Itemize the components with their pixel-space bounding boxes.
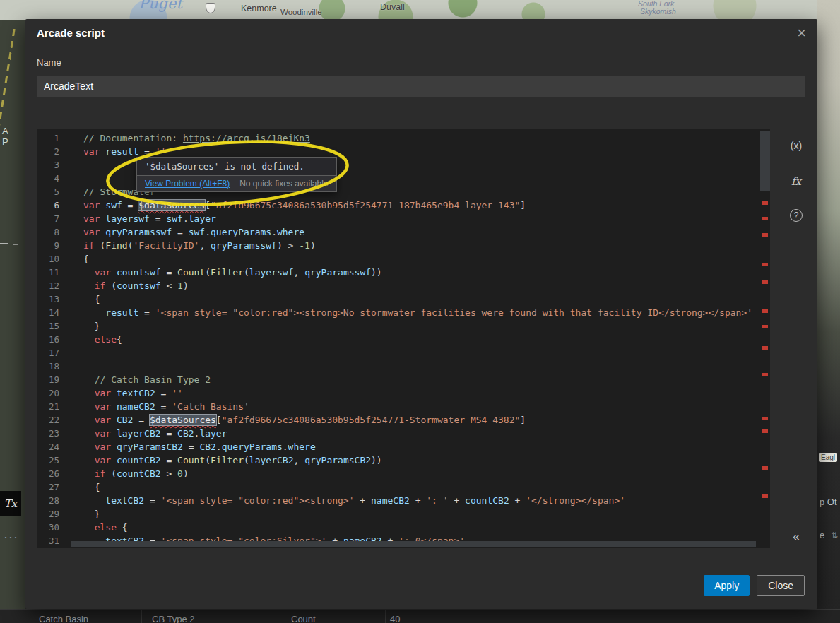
line-number: 4 bbox=[37, 172, 71, 185]
code-line: } bbox=[83, 319, 770, 333]
vertical-scrollbar[interactable] bbox=[760, 131, 770, 191]
code-line: } bbox=[83, 547, 770, 548]
line-number: 30 bbox=[37, 521, 71, 534]
map-label-fragment: A P bbox=[2, 126, 25, 147]
dialog-title: Arcade script bbox=[37, 27, 105, 39]
line-number: 25 bbox=[37, 453, 71, 467]
line-number: 3 bbox=[37, 158, 71, 172]
line-number: 1 bbox=[37, 131, 71, 145]
screen: Puget Kenmore Woodinville Duvall South F… bbox=[0, 0, 840, 623]
code-line: result = '<span style= "color:red"><stro… bbox=[83, 306, 770, 319]
code-line: var qryParamsswf = swf.queryParams.where bbox=[83, 225, 770, 239]
error-mark bbox=[762, 201, 768, 205]
error-message: '$dataSources' is not defined. bbox=[137, 158, 336, 175]
line-number: 6 bbox=[37, 198, 71, 212]
table-cell: 40 bbox=[390, 614, 400, 623]
horizontal-scrollbar[interactable] bbox=[71, 541, 756, 547]
background-map: Puget Kenmore Woodinville Duvall South F… bbox=[0, 0, 840, 20]
left-edge-background: A P Tx ··· bbox=[0, 20, 25, 623]
line-number: 17 bbox=[37, 346, 71, 360]
table-divider bbox=[283, 610, 283, 623]
highway-shield-icon bbox=[206, 3, 215, 13]
error-mark bbox=[762, 373, 768, 376]
code-line: var layerswf = swf.layer bbox=[83, 212, 770, 225]
map-label-puget: Puget bbox=[138, 0, 182, 12]
arcade-script-dialog: Arcade script × Name 1234567891011121314… bbox=[25, 19, 817, 609]
error-tooltip: '$dataSources' is not defined. View Prob… bbox=[136, 157, 337, 192]
error-mark bbox=[762, 494, 768, 498]
line-number: 9 bbox=[37, 239, 71, 252]
line-number: 12 bbox=[37, 279, 71, 292]
line-number: 23 bbox=[37, 427, 71, 440]
code-line: var qryParamsCB2 = CB2.queryParams.where bbox=[83, 440, 770, 453]
table-divider bbox=[141, 610, 142, 623]
line-number: 15 bbox=[37, 319, 71, 333]
overview-ruler[interactable] bbox=[760, 129, 770, 548]
functions-icon[interactable]: fx bbox=[781, 175, 812, 188]
line-number: 32 bbox=[37, 547, 71, 548]
code-line: // Documentation: https://arcg.is/18ejKn… bbox=[83, 131, 770, 145]
line-number: 20 bbox=[37, 386, 71, 400]
code-line: var countswf = Count(Filter(layerswf, qr… bbox=[83, 266, 770, 279]
code-line: { bbox=[83, 292, 770, 306]
map-label-kenmore: Kenmore bbox=[241, 4, 277, 13]
error-mark bbox=[762, 263, 768, 266]
code-line bbox=[83, 360, 770, 373]
line-number: 21 bbox=[37, 400, 71, 413]
panel-text-fragment: p Ot bbox=[820, 497, 837, 507]
sort-icon[interactable]: ⇅ bbox=[831, 530, 838, 540]
line-number: 24 bbox=[37, 440, 71, 453]
right-edge-background: Eagl p Ot e⇅ bbox=[817, 0, 840, 623]
text-fragment: e bbox=[820, 530, 824, 540]
line-number: 19 bbox=[37, 373, 71, 386]
code-line: if (countswf < 1) bbox=[83, 279, 770, 292]
code-editor[interactable]: 1234567891011121314151617181920212223242… bbox=[37, 129, 770, 548]
view-problem-link[interactable]: View Problem (Alt+F8) bbox=[145, 179, 230, 189]
code-line: { bbox=[83, 252, 770, 266]
line-number: 11 bbox=[37, 266, 71, 279]
more-menu-icon[interactable]: ··· bbox=[4, 530, 18, 545]
table-divider bbox=[495, 610, 495, 623]
collapse-icon[interactable]: « bbox=[781, 530, 812, 544]
error-tooltip-actions: View Problem (Alt+F8) No quick fixes ava… bbox=[137, 175, 336, 191]
table-divider bbox=[608, 610, 608, 623]
map-route-dash bbox=[0, 243, 8, 244]
variables-icon[interactable]: (x) bbox=[781, 140, 812, 151]
line-number: 29 bbox=[37, 507, 71, 521]
error-mark bbox=[762, 280, 768, 284]
line-number: 26 bbox=[37, 467, 71, 480]
map-label-eagle-fragment: Eagl bbox=[819, 453, 837, 462]
error-mark bbox=[762, 309, 768, 313]
close-icon[interactable]: × bbox=[797, 25, 806, 41]
editor-side-toolbar: (x) fx ? « bbox=[781, 129, 812, 548]
error-mark bbox=[762, 325, 768, 328]
code-line: var textCB2 = '' bbox=[83, 386, 770, 400]
table-cell: CB Type 2 bbox=[152, 614, 194, 623]
error-mark bbox=[762, 217, 768, 220]
table-cell: Count bbox=[291, 614, 316, 623]
line-number: 5 bbox=[37, 185, 71, 198]
apply-button[interactable]: Apply bbox=[704, 575, 750, 596]
code-line: else { bbox=[83, 521, 770, 534]
line-number: 13 bbox=[37, 292, 71, 306]
name-input[interactable] bbox=[37, 76, 805, 97]
help-icon[interactable]: ? bbox=[781, 209, 812, 222]
map-label-skykomish: Skykomish bbox=[640, 7, 676, 16]
text-format-button[interactable]: Tx bbox=[0, 491, 21, 516]
line-number: 2 bbox=[37, 145, 71, 158]
table-cell: Catch Basin bbox=[39, 614, 88, 623]
code-line: if (countCB2 > 0) bbox=[83, 467, 770, 480]
error-mark bbox=[762, 233, 768, 237]
code-line: var layerCB2 = CB2.layer bbox=[83, 427, 770, 440]
line-number: 31 bbox=[37, 534, 71, 547]
map-label-duvall: Duvall bbox=[380, 2, 405, 12]
line-number: 28 bbox=[37, 494, 71, 507]
code-line: textCB2 = '<span style= "color:red"><str… bbox=[83, 494, 770, 507]
table-divider bbox=[385, 610, 386, 623]
text-format-label: Tx bbox=[4, 497, 17, 510]
table-divider bbox=[721, 610, 721, 623]
error-mark bbox=[762, 346, 768, 350]
close-button[interactable]: Close bbox=[757, 575, 805, 596]
name-label: Name bbox=[37, 57, 61, 68]
dialog-header: Arcade script × bbox=[25, 19, 817, 47]
